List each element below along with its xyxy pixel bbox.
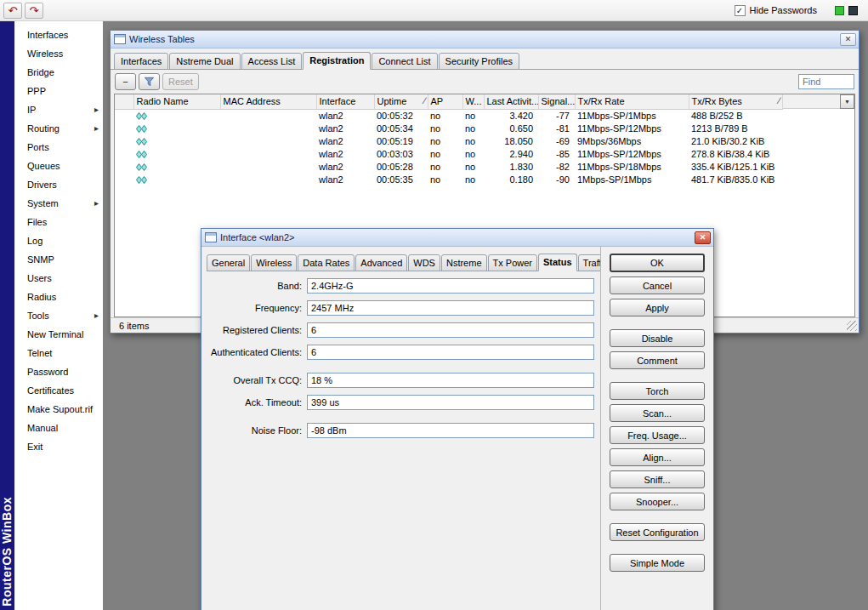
column-header[interactable]: Radio Name ∕ xyxy=(133,94,220,109)
sidebar-item[interactable]: Files ▸ xyxy=(14,213,103,231)
sidebar-item[interactable]: Radius ▸ xyxy=(14,288,103,306)
table-row[interactable]: wlan2 00:05:19 no no 18.050 -69 9Mbps/36… xyxy=(115,134,782,147)
tab[interactable]: Registration xyxy=(303,52,371,70)
sidebar-item[interactable]: Password ▸ xyxy=(14,362,103,381)
sidebar-item[interactable]: IP ▸ xyxy=(14,100,103,119)
column-header[interactable]: AP ∕ xyxy=(428,94,462,109)
sidebar-item[interactable]: Drivers ▸ xyxy=(14,175,103,194)
sidebar-item[interactable]: Interfaces ▸ xyxy=(14,26,103,44)
column-header[interactable]: Last Activit... ∕ xyxy=(484,94,538,109)
sidebar-item[interactable]: System ▸ xyxy=(14,194,103,213)
sidebar-item[interactable]: Exit ▸ xyxy=(14,437,103,456)
cell-ap: no xyxy=(428,122,462,134)
column-header[interactable]: W... ∕ xyxy=(462,94,484,109)
field-value[interactable]: 2457 MHz xyxy=(307,300,594,316)
sidebar-item[interactable]: New Terminal ▸ xyxy=(14,325,103,344)
sidebar-item[interactable]: Routing ▸ xyxy=(14,119,103,138)
dialog-titlebar[interactable]: Interface <wlan2> ✕ xyxy=(201,229,713,247)
cell-ap: no xyxy=(428,160,462,173)
dialog-button[interactable]: Simple Mode xyxy=(610,554,705,572)
filter-button[interactable] xyxy=(139,73,160,90)
dialog-button[interactable]: Disable xyxy=(610,329,705,347)
tab[interactable]: WDS xyxy=(408,254,440,271)
sidebar-item[interactable]: Log ▸ xyxy=(14,231,103,250)
tab[interactable]: Security Profiles xyxy=(439,53,519,70)
column-selector-button[interactable]: ▼ xyxy=(840,94,854,109)
table-row[interactable]: wlan2 00:05:28 no no 1.830 -82 11Mbps-SP… xyxy=(115,160,782,173)
tab[interactable]: General xyxy=(207,254,250,271)
field-value[interactable]: 399 us xyxy=(307,395,594,410)
sidebar-item[interactable]: Manual ▸ xyxy=(14,419,103,437)
tab[interactable]: Access List xyxy=(241,53,303,70)
sidebar-item[interactable]: Users ▸ xyxy=(14,269,103,288)
column-header[interactable]: Tx/Rx Bytes ∕ xyxy=(689,94,782,109)
tab[interactable]: Nstreme Dual xyxy=(169,53,240,70)
column-header[interactable]: Tx/Rx Rate ∕ xyxy=(575,94,689,109)
main-menu-sidebar: Interfaces ▸ Wireless ▸ Bridge ▸ PPP ▸ I… xyxy=(14,21,103,610)
close-button[interactable]: ✕ xyxy=(695,231,711,244)
column-header[interactable]: Signal... ∕ xyxy=(538,94,575,109)
sidebar-item[interactable]: Make Supout.rif ▸ xyxy=(14,400,103,419)
dialog-button[interactable]: Reset Configuration xyxy=(610,523,705,541)
sidebar-item[interactable]: Queues ▸ xyxy=(14,157,103,175)
dialog-button[interactable]: Scan... xyxy=(610,404,705,422)
sidebar-item[interactable]: PPP ▸ xyxy=(14,82,103,100)
table-row[interactable]: wlan2 00:05:34 no no 0.650 -81 11Mbps-SP… xyxy=(115,122,782,134)
hide-passwords-checkbox[interactable]: ✓ xyxy=(735,5,746,16)
tab[interactable]: Interfaces xyxy=(114,53,168,70)
tab[interactable]: Tx Power xyxy=(488,254,537,271)
table-row[interactable]: wlan2 00:03:03 no no 2.940 -85 11Mbps-SP… xyxy=(115,147,782,160)
sidebar-item[interactable]: Telnet ▸ xyxy=(14,344,103,362)
tab[interactable]: Advanced xyxy=(355,254,407,271)
column-header[interactable]: Interface ∕ xyxy=(316,94,374,109)
tab[interactable]: Connect List xyxy=(372,53,437,70)
cell-signal: -82 xyxy=(538,160,575,173)
dialog-button[interactable]: Freq. Usage... xyxy=(610,426,705,444)
dialog-button[interactable]: Torch xyxy=(610,382,705,400)
sidebar-item[interactable]: Bridge ▸ xyxy=(14,63,103,82)
close-button[interactable]: ✕ xyxy=(840,33,856,46)
sidebar-item[interactable]: Ports ▸ xyxy=(14,138,103,157)
cell-signal: -85 xyxy=(538,147,575,160)
dialog-button-label: Torch xyxy=(646,386,669,396)
sidebar-item-label: Log xyxy=(27,236,43,246)
field-value[interactable]: -98 dBm xyxy=(307,423,594,438)
field-value[interactable]: 18 % xyxy=(307,373,594,388)
tab[interactable]: Nstreme xyxy=(441,254,487,271)
sidebar-item[interactable]: Tools ▸ xyxy=(14,306,103,325)
resize-grip[interactable] xyxy=(847,321,857,331)
sidebar-item[interactable]: Wireless ▸ xyxy=(14,44,103,63)
dialog-button[interactable]: Snooper... xyxy=(610,493,705,510)
undo-button[interactable]: ↶ xyxy=(3,3,22,19)
dialog-button[interactable]: Align... xyxy=(610,448,705,466)
dialog-button[interactable]: Cancel xyxy=(610,276,705,294)
redo-button[interactable]: ↷ xyxy=(25,3,43,19)
reset-button[interactable]: Reset xyxy=(162,73,199,90)
column-header[interactable]: Uptime ∕ xyxy=(374,94,428,109)
cell-tx-rx-bytes: 488 B/252 B xyxy=(689,109,782,122)
dialog-button[interactable]: OK xyxy=(610,254,705,272)
wireless-client-icon xyxy=(136,125,147,133)
column-header[interactable]: MAC Address ∕ xyxy=(220,94,316,109)
sidebar-item-label: Manual xyxy=(27,423,58,433)
sidebar-item[interactable]: Certificates ▸ xyxy=(14,381,103,400)
field-value[interactable]: 6 xyxy=(307,345,594,360)
column-header-label: W... xyxy=(466,96,482,106)
dialog-button[interactable]: Comment xyxy=(610,351,705,369)
field-value[interactable]: 6 xyxy=(307,322,594,338)
tab[interactable]: Status xyxy=(538,254,577,271)
tab[interactable]: Wireless xyxy=(251,254,297,271)
dialog-button[interactable]: Sniff... xyxy=(610,470,705,488)
remove-button[interactable]: − xyxy=(115,73,136,90)
dialog-button[interactable]: Apply xyxy=(610,299,705,316)
tab[interactable]: Data Rates xyxy=(298,254,355,271)
tab[interactable]: Traffic xyxy=(578,254,600,271)
field-value[interactable]: 2.4GHz-G xyxy=(307,278,594,294)
table-row[interactable]: wlan2 00:05:32 no no 3.420 -77 11Mbps-SP… xyxy=(115,109,782,122)
table-row[interactable]: wlan2 00:05:35 no no 0.180 -90 1Mbps-SP/… xyxy=(115,173,782,185)
cell-interface: wlan2 xyxy=(316,109,374,122)
cell-tx-rx-bytes: 1213 B/789 B xyxy=(689,122,782,134)
find-input[interactable] xyxy=(798,74,854,89)
sidebar-item[interactable]: SNMP ▸ xyxy=(14,250,103,269)
wireless-tables-titlebar[interactable]: Wireless Tables ✕ xyxy=(111,31,859,48)
